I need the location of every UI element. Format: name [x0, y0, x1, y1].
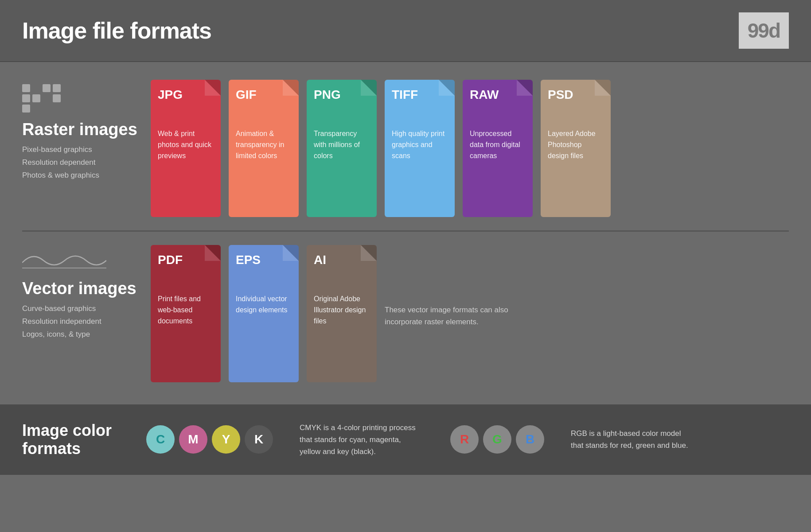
cmyk-desc: CMYK is a 4-color printing process that … [300, 422, 424, 458]
vector-note: These vector image formats can also inco… [385, 299, 509, 328]
card-gif: GIF Animation & transparency in limited … [229, 80, 299, 217]
circle-r-letter: R [460, 432, 469, 447]
logo-box: 99d [739, 12, 789, 49]
card-raw-inner: RAW Unprocessed data from digital camera… [463, 80, 533, 217]
raster-dot [53, 94, 61, 102]
card-eps: EPS Individual vector design elements [229, 245, 299, 382]
card-gif-desc: Animation & transparency in limited colo… [236, 128, 292, 161]
raster-dot [53, 84, 61, 92]
vector-cards: PDF Print files and web-based documents … [151, 245, 789, 382]
circle-b-letter: B [526, 432, 534, 447]
circle-y-letter: Y [222, 432, 230, 447]
card-gif-inner: GIF Animation & transparency in limited … [229, 80, 299, 217]
main-content: Raster images Pixel-based graphicsResolu… [0, 62, 811, 400]
card-tiff: TIFF High quality print graphics and sca… [385, 80, 455, 217]
raster-cards: JPG Web & print photos and quick preview… [151, 80, 789, 217]
raster-dot [43, 84, 51, 92]
card-eps-label: EPS [236, 253, 292, 267]
card-pdf: PDF Print files and web-based documents [151, 245, 221, 382]
raster-dot [22, 84, 30, 92]
card-jpg-label: JPG [158, 88, 214, 102]
card-png-desc: Transparency with millions of colors [314, 128, 370, 161]
color-formats-section: Image color formats C M Y K CMYK is a 4-… [0, 404, 811, 475]
card-jpg-desc: Web & print photos and quick previews [158, 128, 214, 161]
cmyk-group: C M Y K [146, 425, 273, 454]
circle-g: G [483, 425, 511, 454]
circle-m-letter: M [188, 432, 198, 447]
card-ai-desc: Original Adobe Illustrator design files [314, 294, 370, 326]
circle-m: M [179, 425, 207, 454]
rgb-desc: RGB is a light-based color model that st… [571, 427, 695, 451]
card-pdf-desc: Print files and web-based documents [158, 294, 214, 326]
card-pdf-inner: PDF Print files and web-based documents [151, 245, 221, 382]
vector-section: Vector images Curve-based graphicsResolu… [22, 245, 789, 382]
card-ai-inner: AI Original Adobe Illustrator design fil… [307, 245, 377, 382]
card-png-inner: PNG Transparency with millions of colors [307, 80, 377, 217]
card-tiff-inner: TIFF High quality print graphics and sca… [385, 80, 455, 217]
card-gif-label: GIF [236, 88, 292, 102]
card-psd-desc: Layered Adobe Photoshop design files [548, 128, 604, 161]
card-ai-label: AI [314, 253, 370, 267]
page-title: Image file formats [22, 17, 211, 44]
card-raw-label: RAW [470, 88, 526, 102]
raster-dot [53, 105, 61, 113]
circle-c-letter: C [156, 432, 165, 447]
circle-k-letter: K [254, 432, 263, 447]
rgb-group: R G B [450, 425, 544, 454]
card-png-label: PNG [314, 88, 370, 102]
raster-dot [32, 84, 40, 92]
card-raw: RAW Unprocessed data from digital camera… [463, 80, 533, 217]
circle-b: B [516, 425, 544, 454]
section-divider [22, 230, 789, 232]
vector-icon [22, 249, 137, 272]
card-psd-label: PSD [548, 88, 604, 102]
raster-icon [22, 84, 137, 113]
card-raw-desc: Unprocessed data from digital cameras [470, 128, 526, 161]
raster-dot [43, 94, 51, 102]
raster-dot [43, 105, 51, 113]
circle-c: C [146, 425, 175, 454]
vector-title: Vector images [22, 280, 137, 298]
raster-dot [32, 105, 40, 113]
card-ai: AI Original Adobe Illustrator design fil… [307, 245, 377, 382]
color-formats-title: Image color formats [22, 421, 120, 458]
card-jpg: JPG Web & print photos and quick preview… [151, 80, 221, 217]
card-jpg-inner: JPG Web & print photos and quick preview… [151, 80, 221, 217]
card-png: PNG Transparency with millions of colors [307, 80, 377, 217]
card-eps-desc: Individual vector design elements [236, 294, 292, 316]
card-eps-inner: EPS Individual vector design elements [229, 245, 299, 382]
vector-label: Vector images Curve-based graphicsResolu… [22, 245, 137, 341]
circle-r: R [450, 425, 479, 454]
raster-title: Raster images [22, 120, 137, 139]
vector-desc: Curve-based graphicsResolution independe… [22, 303, 137, 341]
card-tiff-label: TIFF [392, 88, 448, 102]
circle-g-letter: G [492, 432, 502, 447]
raster-dot [22, 94, 30, 102]
raster-label: Raster images Pixel-based graphicsResolu… [22, 80, 137, 182]
logo-text: 99d [748, 19, 780, 43]
raster-section: Raster images Pixel-based graphicsResolu… [22, 80, 789, 217]
card-pdf-label: PDF [158, 253, 214, 267]
card-tiff-desc: High quality print graphics and scans [392, 128, 448, 161]
raster-dot [32, 94, 40, 102]
circle-k: K [245, 425, 273, 454]
raster-desc: Pixel-based graphicsResolution dependent… [22, 144, 137, 182]
raster-dot [22, 105, 30, 113]
wave-svg [22, 249, 106, 272]
card-psd: PSD Layered Adobe Photoshop design files [541, 80, 611, 217]
circle-y: Y [212, 425, 240, 454]
card-psd-inner: PSD Layered Adobe Photoshop design files [541, 80, 611, 217]
header: Image file formats 99d [0, 0, 811, 62]
